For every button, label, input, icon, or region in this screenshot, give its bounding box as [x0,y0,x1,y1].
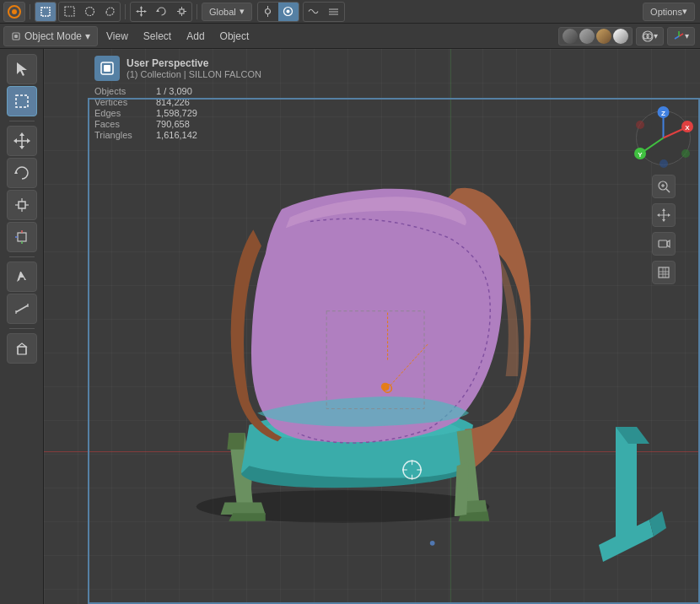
snap-icon[interactable] [258,3,278,21]
toolbar-right: Options ▾ [643,3,700,21]
axis-gizmo[interactable]: Z X Y [632,106,695,170]
dropdown-arrow: ▾ [240,6,245,17]
stat-edges: Edges 1,598,729 [94,108,261,118]
menu-select[interactable]: Select [137,27,178,46]
stat-triangles: Triangles 1,616,142 [94,130,261,140]
svg-rect-82 [104,65,110,72]
wave2-icon[interactable] [324,3,344,21]
svg-point-95 [681,149,690,158]
faces-label: Faces [94,119,149,129]
tool-separator-1 [9,121,35,121]
viewport-info: User Perspective (1) Collection | SILLON… [94,56,261,140]
object-mode-dropdown[interactable]: Object Mode ▾ [3,26,98,46]
proportional-edit-icon[interactable] [278,3,299,21]
stat-objects: Objects 1 / 3,090 [94,86,261,96]
chair-3d-view [94,91,567,564]
svg-rect-106 [659,267,669,278]
move-tool-btn[interactable] [7,126,37,156]
left-tool-panel [0,49,44,604]
transform-tool-btn[interactable] [7,222,37,252]
wave-group [303,2,345,22]
svg-marker-37 [14,170,18,174]
svg-rect-43 [18,233,26,241]
svg-point-26 [647,34,652,39]
right-gizmo: Z X Y [632,106,695,284]
stat-vertices: Vertices 814,226 [94,97,261,107]
menu-object[interactable]: Object [213,27,256,46]
rotate-tool-btn[interactable] [7,158,37,188]
svg-rect-50 [18,347,26,354]
svg-rect-3 [65,7,74,16]
svg-marker-105 [667,240,670,247]
gizmo-btn[interactable]: ▾ [667,27,695,46]
menu-view[interactable]: View [100,27,135,46]
wireframe-btn[interactable] [563,29,578,44]
add-cube-tool-btn[interactable] [7,333,37,364]
circle-select-icon[interactable] [79,3,100,21]
svg-marker-36 [27,138,30,143]
svg-marker-51 [18,343,26,347]
svg-marker-100 [662,208,665,211]
lasso-select-icon[interactable] [100,3,120,21]
header-bar: Object Mode ▾ View Select Add Object ▾ [0,24,700,49]
mode-icon [11,31,21,41]
svg-rect-23 [14,35,18,38]
grid-btn[interactable] [652,261,676,284]
global-dropdown[interactable]: Global ▾ [202,3,252,21]
svg-line-29 [675,36,679,39]
objects-label: Objects [94,86,149,96]
svg-marker-103 [668,213,670,217]
wave1-icon[interactable] [304,3,324,21]
snap-group [257,2,299,22]
select-box-tool-btn[interactable] [7,86,37,116]
faces-value: 790,658 [156,119,190,129]
separator-3 [197,4,197,19]
select-box-btn[interactable] [35,2,57,22]
svg-point-76 [430,541,435,546]
blender-logo-btn[interactable] [3,2,25,22]
svg-rect-104 [659,240,667,247]
svg-marker-56 [227,434,245,450]
zoom-fit-btn[interactable] [652,175,676,198]
box-select-icon[interactable] [59,3,79,21]
teal-accent-pieces [514,427,683,596]
viewport-perspective-label: User Perspective [127,57,261,69]
scale-icon[interactable] [171,3,191,21]
svg-marker-11 [156,9,159,12]
svg-marker-102 [657,213,660,217]
svg-rect-2 [41,8,50,16]
svg-point-1 [12,9,17,14]
annotate-tool-btn[interactable] [7,262,37,292]
svg-marker-33 [19,132,24,136]
menu-add[interactable]: Add [180,27,211,46]
camera-btn[interactable] [652,232,676,256]
svg-marker-8 [140,14,143,17]
viewport-shading-group [558,27,633,46]
viewport[interactable]: User Perspective (1) Collection | SILLON… [44,49,700,604]
svg-marker-10 [144,10,147,13]
vertices-label: Vertices [94,97,149,107]
vertices-value: 814,226 [156,97,190,107]
overlay-btn[interactable]: ▾ [636,27,664,46]
cursor-tool-btn[interactable] [7,54,37,84]
global-label: Global [209,7,236,17]
pan-btn[interactable] [652,203,676,227]
svg-marker-34 [19,146,24,149]
solid-btn[interactable] [579,29,595,44]
svg-marker-9 [136,10,138,13]
scale-tool-btn[interactable] [7,190,37,220]
options-button[interactable]: Options ▾ [643,3,695,21]
measure-tool-btn[interactable] [7,294,37,324]
svg-rect-38 [19,202,25,208]
svg-marker-58 [221,503,266,515]
rotate-icon[interactable] [151,3,171,21]
svg-marker-7 [140,6,143,8]
overlay-icon [642,30,654,42]
object-mode-label: Object Mode [24,30,82,42]
material-btn[interactable] [596,29,611,44]
move-icon[interactable] [131,3,151,21]
viewport-header: User Perspective (1) Collection | SILLON… [94,56,261,81]
svg-text:Z: Z [661,110,665,117]
rendered-btn[interactable] [613,29,628,44]
svg-text:X: X [685,124,690,132]
